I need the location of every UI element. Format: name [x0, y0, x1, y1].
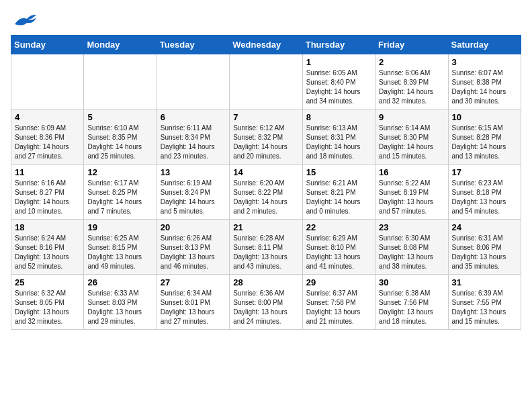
day-info: Sunrise: 6:09 AM Sunset: 8:36 PM Dayligh… [15, 124, 80, 161]
day-info: Sunrise: 6:39 AM Sunset: 7:55 PM Dayligh… [452, 289, 517, 326]
day-number: 19 [87, 222, 152, 232]
day-number: 11 [15, 167, 80, 177]
calendar-day-header: Tuesday [157, 36, 229, 54]
day-number: 28 [233, 277, 298, 287]
calendar-day-header: Sunday [11, 36, 84, 54]
day-number: 9 [379, 112, 444, 122]
day-info: Sunrise: 6:38 AM Sunset: 7:56 PM Dayligh… [379, 289, 444, 326]
calendar-body: 1Sunrise: 6:05 AM Sunset: 8:40 PM Daylig… [11, 54, 521, 330]
calendar-cell: 5Sunrise: 6:10 AM Sunset: 8:35 PM Daylig… [84, 109, 157, 165]
calendar-week-row: 4Sunrise: 6:09 AM Sunset: 8:36 PM Daylig… [11, 109, 521, 165]
calendar-cell [84, 54, 157, 109]
calendar-cell: 1Sunrise: 6:05 AM Sunset: 8:40 PM Daylig… [302, 54, 375, 109]
day-info: Sunrise: 6:14 AM Sunset: 8:30 PM Dayligh… [379, 124, 444, 161]
day-info: Sunrise: 6:12 AM Sunset: 8:32 PM Dayligh… [233, 124, 298, 161]
day-info: Sunrise: 6:06 AM Sunset: 8:39 PM Dayligh… [379, 68, 444, 106]
calendar-cell: 16Sunrise: 6:22 AM Sunset: 8:19 PM Dayli… [375, 165, 448, 220]
day-info: Sunrise: 6:05 AM Sunset: 8:40 PM Dayligh… [306, 68, 371, 106]
day-number: 26 [87, 277, 152, 287]
day-info: Sunrise: 6:20 AM Sunset: 8:22 PM Dayligh… [233, 179, 298, 216]
day-number: 25 [15, 277, 80, 287]
day-info: Sunrise: 6:19 AM Sunset: 8:24 PM Dayligh… [161, 179, 226, 216]
calendar-cell: 14Sunrise: 6:20 AM Sunset: 8:22 PM Dayli… [230, 165, 302, 220]
calendar-cell: 19Sunrise: 6:25 AM Sunset: 8:15 PM Dayli… [84, 220, 157, 275]
calendar-cell: 7Sunrise: 6:12 AM Sunset: 8:32 PM Daylig… [230, 109, 302, 165]
day-info: Sunrise: 6:07 AM Sunset: 8:38 PM Dayligh… [452, 68, 517, 106]
calendar-cell: 31Sunrise: 6:39 AM Sunset: 7:55 PM Dayli… [448, 275, 521, 330]
day-number: 6 [161, 112, 226, 122]
day-number: 12 [87, 167, 152, 177]
day-number: 8 [306, 112, 371, 122]
day-number: 10 [452, 112, 517, 122]
calendar-cell: 21Sunrise: 6:28 AM Sunset: 8:11 PM Dayli… [230, 220, 302, 275]
calendar-day-header: Thursday [302, 36, 375, 54]
calendar-day-header: Saturday [448, 36, 521, 54]
day-number: 3 [452, 57, 517, 67]
day-info: Sunrise: 6:24 AM Sunset: 8:16 PM Dayligh… [15, 234, 80, 271]
day-info: Sunrise: 6:36 AM Sunset: 8:00 PM Dayligh… [233, 289, 298, 326]
day-number: 14 [233, 167, 298, 177]
page-header [11, 11, 521, 30]
calendar-day-header: Monday [84, 36, 157, 54]
calendar-cell [157, 54, 229, 109]
day-number: 13 [161, 167, 226, 177]
day-number: 4 [15, 112, 80, 122]
day-info: Sunrise: 6:26 AM Sunset: 8:13 PM Dayligh… [161, 234, 226, 271]
calendar-cell [11, 54, 84, 109]
calendar-cell: 18Sunrise: 6:24 AM Sunset: 8:16 PM Dayli… [11, 220, 84, 275]
day-number: 27 [161, 277, 226, 287]
calendar-cell: 4Sunrise: 6:09 AM Sunset: 8:36 PM Daylig… [11, 109, 84, 165]
calendar-day-header: Friday [375, 36, 448, 54]
day-number: 5 [87, 112, 152, 122]
day-info: Sunrise: 6:30 AM Sunset: 8:08 PM Dayligh… [379, 234, 444, 271]
calendar-cell: 28Sunrise: 6:36 AM Sunset: 8:00 PM Dayli… [230, 275, 302, 330]
day-number: 31 [452, 277, 517, 287]
day-info: Sunrise: 6:10 AM Sunset: 8:35 PM Dayligh… [87, 124, 152, 161]
calendar-cell: 9Sunrise: 6:14 AM Sunset: 8:30 PM Daylig… [375, 109, 448, 165]
calendar-week-row: 1Sunrise: 6:05 AM Sunset: 8:40 PM Daylig… [11, 54, 521, 109]
day-number: 20 [161, 222, 226, 232]
calendar-cell: 25Sunrise: 6:32 AM Sunset: 8:05 PM Dayli… [11, 275, 84, 330]
day-number: 2 [379, 57, 444, 67]
day-info: Sunrise: 6:28 AM Sunset: 8:11 PM Dayligh… [233, 234, 298, 271]
calendar-cell: 11Sunrise: 6:16 AM Sunset: 8:27 PM Dayli… [11, 165, 84, 220]
day-number: 30 [379, 277, 444, 287]
day-info: Sunrise: 6:37 AM Sunset: 7:58 PM Dayligh… [306, 289, 371, 326]
day-info: Sunrise: 6:32 AM Sunset: 8:05 PM Dayligh… [15, 289, 80, 326]
day-info: Sunrise: 6:21 AM Sunset: 8:21 PM Dayligh… [306, 179, 371, 216]
calendar-day-header: Wednesday [230, 36, 302, 54]
calendar-cell: 3Sunrise: 6:07 AM Sunset: 8:38 PM Daylig… [448, 54, 521, 109]
calendar-cell [230, 54, 302, 109]
day-info: Sunrise: 6:23 AM Sunset: 8:18 PM Dayligh… [452, 179, 517, 216]
day-info: Sunrise: 6:22 AM Sunset: 8:19 PM Dayligh… [379, 179, 444, 216]
logo [11, 11, 38, 30]
calendar-cell: 15Sunrise: 6:21 AM Sunset: 8:21 PM Dayli… [302, 165, 375, 220]
calendar-cell: 29Sunrise: 6:37 AM Sunset: 7:58 PM Dayli… [302, 275, 375, 330]
day-number: 7 [233, 112, 298, 122]
calendar-week-row: 11Sunrise: 6:16 AM Sunset: 8:27 PM Dayli… [11, 165, 521, 220]
day-info: Sunrise: 6:29 AM Sunset: 8:10 PM Dayligh… [306, 234, 371, 271]
calendar-cell: 20Sunrise: 6:26 AM Sunset: 8:13 PM Dayli… [157, 220, 229, 275]
calendar-table: SundayMondayTuesdayWednesdayThursdayFrid… [11, 35, 521, 330]
calendar-cell: 24Sunrise: 6:31 AM Sunset: 8:06 PM Dayli… [448, 220, 521, 275]
day-number: 21 [233, 222, 298, 232]
calendar-cell: 6Sunrise: 6:11 AM Sunset: 8:34 PM Daylig… [157, 109, 229, 165]
day-number: 24 [452, 222, 517, 232]
calendar-cell: 27Sunrise: 6:34 AM Sunset: 8:01 PM Dayli… [157, 275, 229, 330]
day-info: Sunrise: 6:33 AM Sunset: 8:03 PM Dayligh… [87, 289, 152, 326]
day-info: Sunrise: 6:34 AM Sunset: 8:01 PM Dayligh… [161, 289, 226, 326]
day-info: Sunrise: 6:13 AM Sunset: 8:31 PM Dayligh… [306, 124, 371, 161]
day-info: Sunrise: 6:11 AM Sunset: 8:34 PM Dayligh… [161, 124, 226, 161]
day-number: 1 [306, 57, 371, 67]
day-number: 16 [379, 167, 444, 177]
calendar-cell: 10Sunrise: 6:15 AM Sunset: 8:28 PM Dayli… [448, 109, 521, 165]
day-number: 23 [379, 222, 444, 232]
day-number: 15 [306, 167, 371, 177]
day-number: 22 [306, 222, 371, 232]
day-info: Sunrise: 6:15 AM Sunset: 8:28 PM Dayligh… [452, 124, 517, 161]
calendar-cell: 12Sunrise: 6:17 AM Sunset: 8:25 PM Dayli… [84, 165, 157, 220]
day-info: Sunrise: 6:25 AM Sunset: 8:15 PM Dayligh… [87, 234, 152, 271]
calendar-cell: 30Sunrise: 6:38 AM Sunset: 7:56 PM Dayli… [375, 275, 448, 330]
day-info: Sunrise: 6:16 AM Sunset: 8:27 PM Dayligh… [15, 179, 80, 216]
calendar-cell: 2Sunrise: 6:06 AM Sunset: 8:39 PM Daylig… [375, 54, 448, 109]
